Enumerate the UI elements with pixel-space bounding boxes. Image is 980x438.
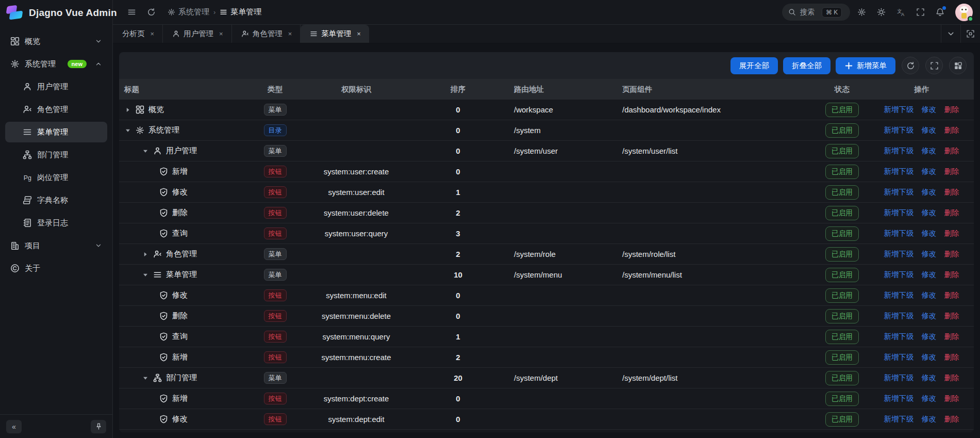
delete-action[interactable]: 删除: [944, 352, 959, 362]
delete-action[interactable]: 删除: [944, 229, 959, 238]
user-avatar[interactable]: [955, 4, 973, 21]
tab-菜单管理[interactable]: 菜单管理×: [301, 25, 369, 43]
table-refresh-button[interactable]: [902, 57, 919, 74]
delete-action[interactable]: 删除: [944, 394, 959, 403]
language-button[interactable]: 文A: [892, 4, 909, 21]
expand-all-button[interactable]: 展开全部: [730, 57, 778, 74]
delete-action[interactable]: 删除: [944, 270, 959, 280]
sidebar-item-login-log[interactable]: 登录日志: [5, 213, 107, 233]
add-child-action[interactable]: 新增下级: [884, 414, 914, 424]
status-badge[interactable]: 已启用: [825, 123, 859, 138]
tabs-maximize-button[interactable]: [960, 25, 980, 43]
delete-action[interactable]: 删除: [944, 167, 959, 176]
sidebar-item-post-management[interactable]: Pg岗位管理: [5, 167, 107, 188]
edit-action[interactable]: 修改: [922, 167, 937, 176]
delete-action[interactable]: 删除: [944, 146, 959, 156]
add-child-action[interactable]: 新增下级: [884, 125, 914, 135]
edit-action[interactable]: 修改: [922, 125, 937, 135]
sidebar-item-about[interactable]: 关于: [5, 258, 107, 279]
add-child-action[interactable]: 新增下级: [884, 229, 914, 238]
status-badge[interactable]: 已启用: [825, 268, 859, 282]
status-badge[interactable]: 已启用: [825, 206, 859, 220]
status-badge[interactable]: 已启用: [825, 412, 859, 427]
status-badge[interactable]: 已启用: [825, 330, 859, 344]
tab-close-icon[interactable]: ×: [356, 30, 362, 38]
search-input[interactable]: 搜索 ⌘ K: [782, 4, 850, 21]
status-badge[interactable]: 已启用: [825, 371, 859, 385]
sidebar-item-menu-management[interactable]: 菜单管理: [5, 122, 107, 142]
status-badge[interactable]: 已启用: [825, 226, 859, 241]
status-badge[interactable]: 已启用: [825, 185, 859, 200]
delete-action[interactable]: 删除: [944, 414, 959, 424]
add-menu-button[interactable]: 新增菜单: [836, 57, 895, 74]
edit-action[interactable]: 修改: [922, 414, 937, 424]
edit-action[interactable]: 修改: [922, 332, 937, 342]
tabs-dropdown-button[interactable]: [941, 25, 960, 43]
add-child-action[interactable]: 新增下级: [884, 167, 914, 176]
sidebar-item-dict-management[interactable]: 字典名称: [5, 190, 107, 210]
add-child-action[interactable]: 新增下级: [884, 352, 914, 362]
fullscreen-button[interactable]: [912, 4, 928, 21]
tree-caret-down-icon[interactable]: [124, 127, 131, 134]
add-child-action[interactable]: 新增下级: [884, 311, 914, 321]
tree-caret-down-icon[interactable]: [142, 148, 149, 155]
edit-action[interactable]: 修改: [922, 249, 937, 259]
status-badge[interactable]: 已启用: [825, 350, 859, 365]
edit-action[interactable]: 修改: [922, 187, 937, 197]
sidebar-item-user-management[interactable]: 用户管理: [5, 76, 107, 97]
refresh-page-button[interactable]: [143, 4, 159, 21]
edit-action[interactable]: 修改: [922, 394, 937, 403]
sidebar-item-overview[interactable]: 概览: [5, 31, 107, 52]
tab-close-icon[interactable]: ×: [287, 30, 293, 38]
status-badge[interactable]: 已启用: [825, 247, 859, 262]
edit-action[interactable]: 修改: [922, 373, 937, 383]
tab-close-icon[interactable]: ×: [218, 30, 224, 38]
edit-action[interactable]: 修改: [922, 311, 937, 321]
add-child-action[interactable]: 新增下级: [884, 290, 914, 300]
delete-action[interactable]: 删除: [944, 249, 959, 259]
status-badge[interactable]: 已启用: [825, 288, 859, 303]
sidebar-item-system-management[interactable]: 系统管理new: [5, 54, 107, 74]
settings-button[interactable]: [853, 4, 870, 21]
edit-action[interactable]: 修改: [922, 105, 937, 115]
tab-用户管理[interactable]: 用户管理×: [163, 25, 232, 43]
theme-toggle-button[interactable]: [873, 4, 889, 21]
delete-action[interactable]: 删除: [944, 208, 959, 218]
edit-action[interactable]: 修改: [922, 229, 937, 238]
table-fullscreen-button[interactable]: [925, 57, 943, 74]
delete-action[interactable]: 删除: [944, 125, 959, 135]
add-child-action[interactable]: 新增下级: [884, 332, 914, 342]
add-child-action[interactable]: 新增下级: [884, 270, 914, 280]
tree-caret-right-icon[interactable]: [124, 106, 131, 113]
delete-action[interactable]: 删除: [944, 332, 959, 342]
status-badge[interactable]: 已启用: [825, 144, 859, 158]
status-badge[interactable]: 已启用: [825, 103, 859, 117]
edit-action[interactable]: 修改: [922, 146, 937, 156]
sidebar-collapse-button[interactable]: «: [6, 420, 22, 433]
add-child-action[interactable]: 新增下级: [884, 373, 914, 383]
sidebar-pin-button[interactable]: [91, 420, 106, 433]
add-child-action[interactable]: 新增下级: [884, 208, 914, 218]
delete-action[interactable]: 删除: [944, 311, 959, 321]
tree-caret-right-icon[interactable]: [142, 251, 149, 258]
edit-action[interactable]: 修改: [922, 290, 937, 300]
notifications-button[interactable]: [932, 4, 948, 21]
delete-action[interactable]: 删除: [944, 373, 959, 383]
delete-action[interactable]: 删除: [944, 187, 959, 197]
collapse-all-button[interactable]: 折叠全部: [783, 57, 830, 74]
edit-action[interactable]: 修改: [922, 270, 937, 280]
tree-caret-down-icon[interactable]: [142, 271, 149, 279]
edit-action[interactable]: 修改: [922, 208, 937, 218]
add-child-action[interactable]: 新增下级: [884, 249, 914, 259]
status-badge[interactable]: 已启用: [825, 309, 859, 323]
logo[interactable]: Djagno Vue Admin: [0, 0, 112, 26]
delete-action[interactable]: 删除: [944, 105, 959, 115]
sidebar-item-role-management[interactable]: 角色管理: [5, 99, 107, 120]
sidebar-toggle-button[interactable]: [123, 4, 140, 21]
add-child-action[interactable]: 新增下级: [884, 394, 914, 403]
edit-action[interactable]: 修改: [922, 352, 937, 362]
delete-action[interactable]: 删除: [944, 290, 959, 300]
tab-close-icon[interactable]: ×: [150, 30, 156, 38]
sidebar-item-dept-management[interactable]: 部门管理: [5, 144, 107, 165]
breadcrumb-item-system[interactable]: 系统管理: [168, 7, 209, 17]
